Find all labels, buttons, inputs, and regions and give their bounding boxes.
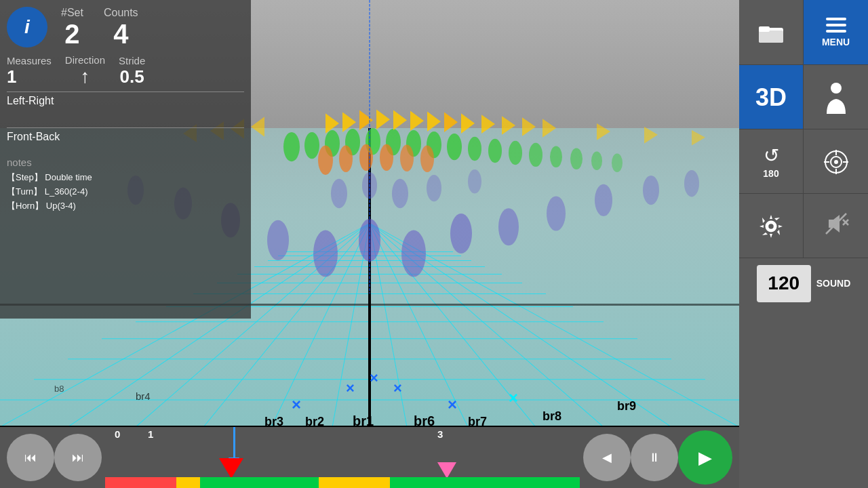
tempo-section: 120 SOUND bbox=[739, 258, 868, 308]
svg-point-105 bbox=[359, 144, 373, 171]
svg-point-104 bbox=[339, 146, 353, 172]
svg-marker-95 bbox=[542, 119, 556, 138]
svg-point-78 bbox=[529, 143, 542, 167]
svg-marker-91 bbox=[461, 113, 475, 134]
rotate-icon: ↺ bbox=[764, 144, 779, 167]
direction-label: Direction bbox=[65, 54, 105, 66]
info-icon: i bbox=[24, 16, 30, 38]
play-button[interactable]: ▶ bbox=[678, 430, 732, 485]
svg-point-82 bbox=[612, 153, 623, 172]
mute-icon bbox=[823, 211, 849, 241]
3d-label: 3D bbox=[755, 83, 787, 112]
measures-label: Measures bbox=[7, 55, 52, 66]
set-value: 2 bbox=[64, 19, 79, 49]
note-turn: 【Turn】 L_360(2-4) bbox=[7, 185, 244, 199]
rotate-button[interactable]: ↺ 180 bbox=[739, 129, 804, 194]
svg-point-54 bbox=[595, 184, 612, 216]
svg-point-80 bbox=[570, 148, 583, 170]
prev-button[interactable]: ◀ bbox=[583, 434, 631, 481]
svg-point-52 bbox=[498, 208, 519, 245]
person-view-button[interactable] bbox=[804, 65, 868, 129]
svg-point-65 bbox=[468, 169, 481, 193]
svg-point-75 bbox=[468, 137, 481, 161]
svg-point-67 bbox=[304, 132, 319, 159]
svg-marker-85 bbox=[359, 110, 373, 130]
svg-marker-89 bbox=[427, 111, 441, 131]
timeline-bar bbox=[105, 477, 580, 488]
fb-label: Front-Back bbox=[7, 127, 244, 143]
menu-label: MENU bbox=[822, 37, 850, 47]
timeline-marker-0: 0 bbox=[115, 428, 120, 440]
svg-marker-92 bbox=[481, 115, 495, 134]
svg-point-79 bbox=[550, 146, 562, 168]
direction-arrow: ↑ bbox=[80, 66, 90, 87]
folder-button[interactable] bbox=[739, 0, 804, 64]
svg-point-48 bbox=[313, 230, 338, 277]
svg-point-76 bbox=[488, 139, 502, 163]
target-button[interactable] bbox=[804, 129, 868, 194]
tempo-value[interactable]: 120 bbox=[757, 265, 811, 302]
step-back-button[interactable]: ⏭ bbox=[54, 434, 102, 481]
svg-point-56 bbox=[684, 170, 699, 197]
set-label: #Set bbox=[61, 7, 83, 19]
svg-marker-96 bbox=[597, 123, 610, 140]
note-step: 【Step】 Double time bbox=[7, 171, 244, 185]
svg-point-103 bbox=[318, 146, 333, 175]
viewport: × × × × × × br3 br2 br1 br6 br7 br8 br9 … bbox=[0, 0, 739, 427]
svg-marker-90 bbox=[444, 112, 458, 132]
svg-point-64 bbox=[427, 175, 441, 201]
svg-marker-88 bbox=[410, 110, 424, 131]
svg-marker-87 bbox=[393, 110, 407, 130]
view-3d-button[interactable]: 3D bbox=[739, 65, 804, 129]
svg-point-66 bbox=[283, 132, 300, 161]
playhead-red bbox=[219, 458, 243, 479]
svg-point-50 bbox=[401, 230, 426, 277]
right-sidebar: MENU 3D ↺ 180 bbox=[739, 0, 868, 488]
sound-mute-button[interactable] bbox=[804, 194, 868, 258]
pause-button[interactable]: ⏸ bbox=[631, 434, 678, 481]
counts-label: Counts bbox=[104, 7, 138, 19]
svg-marker-98 bbox=[692, 130, 705, 146]
stride-value: 0.5 bbox=[120, 66, 144, 87]
svg-point-57 bbox=[267, 220, 289, 260]
lr-label: Left-Right bbox=[7, 92, 244, 107]
svg-point-55 bbox=[643, 176, 659, 205]
svg-point-61 bbox=[331, 179, 347, 208]
rewind-button[interactable]: ⏮ bbox=[7, 434, 54, 481]
svg-point-63 bbox=[392, 179, 408, 208]
svg-point-108 bbox=[420, 146, 434, 172]
svg-point-53 bbox=[547, 196, 566, 230]
svg-marker-99 bbox=[251, 117, 264, 137]
svg-point-106 bbox=[380, 144, 393, 171]
svg-point-51 bbox=[450, 214, 472, 253]
svg-point-122 bbox=[768, 223, 774, 230]
info-button[interactable]: i bbox=[7, 7, 47, 47]
svg-rect-111 bbox=[759, 30, 783, 43]
svg-marker-94 bbox=[522, 117, 536, 136]
settings-button[interactable] bbox=[739, 194, 804, 258]
stride-label: Stride bbox=[119, 55, 145, 66]
timeline[interactable]: 0 1 3 bbox=[105, 427, 580, 488]
svg-point-81 bbox=[591, 151, 602, 170]
svg-point-77 bbox=[509, 141, 522, 165]
svg-rect-112 bbox=[759, 26, 770, 32]
svg-point-116 bbox=[834, 160, 838, 164]
rotate-degrees: 180 bbox=[763, 168, 778, 179]
note-horn: 【Horn】 Up(3-4) bbox=[7, 199, 244, 214]
svg-marker-93 bbox=[502, 116, 515, 135]
menu-icon bbox=[826, 18, 846, 33]
measures-value: 1 bbox=[7, 66, 52, 87]
playhead-pink bbox=[437, 462, 456, 479]
svg-marker-86 bbox=[376, 109, 390, 129]
menu-button[interactable]: MENU bbox=[804, 0, 868, 64]
sound-label: SOUND bbox=[816, 278, 851, 289]
svg-point-113 bbox=[831, 83, 842, 94]
info-panel: i #Set 2 Counts 4 Measures 1 Direction ↑ bbox=[0, 0, 251, 319]
timeline-marker-1: 1 bbox=[148, 428, 153, 440]
counts-value: 4 bbox=[113, 19, 128, 49]
timeline-marker-3: 3 bbox=[437, 428, 443, 440]
svg-marker-97 bbox=[644, 127, 658, 144]
notes-label: notes bbox=[7, 157, 244, 168]
bottom-controls: ⏮ ⏭ 0 1 3 bbox=[0, 427, 739, 488]
svg-point-74 bbox=[447, 134, 462, 160]
